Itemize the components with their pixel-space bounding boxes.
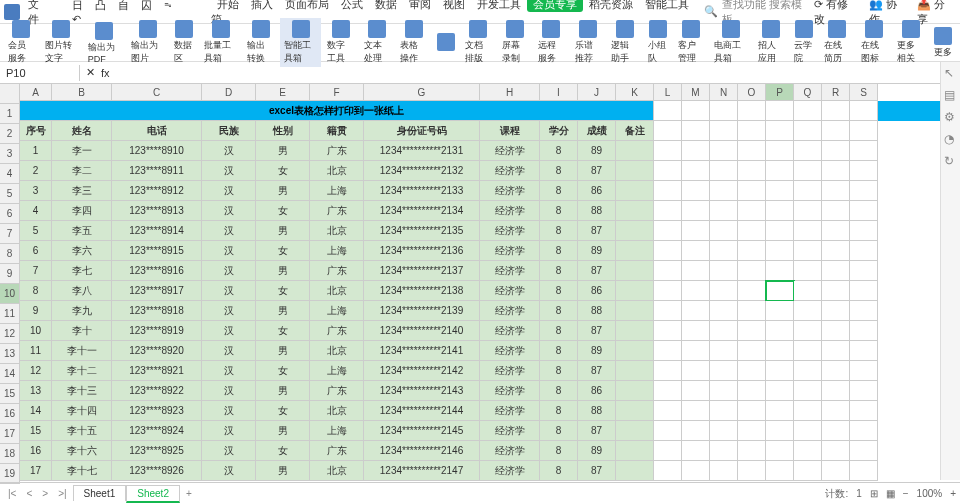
cell-3-E[interactable]: 男 bbox=[256, 141, 310, 161]
cell-16-K[interactable] bbox=[616, 401, 654, 421]
cell-7-G[interactable]: 1234**********2135 bbox=[364, 221, 480, 241]
cell-12-J[interactable]: 87 bbox=[578, 321, 616, 341]
cell-14-N[interactable] bbox=[710, 361, 738, 381]
cancel-icon[interactable]: ✕ bbox=[86, 66, 95, 79]
cell-18-L[interactable] bbox=[654, 441, 682, 461]
cell-19-P[interactable] bbox=[766, 461, 794, 481]
col-header-E[interactable]: E bbox=[256, 84, 310, 101]
ribbon-18[interactable]: 客户管理 bbox=[674, 18, 709, 67]
cell-13-R[interactable] bbox=[822, 341, 850, 361]
row-header-6[interactable]: 6 bbox=[0, 204, 20, 224]
cell-5-K[interactable] bbox=[616, 181, 654, 201]
cell-8-F[interactable]: 上海 bbox=[310, 241, 364, 261]
cell-8-D[interactable]: 汉 bbox=[202, 241, 256, 261]
cell-10-O[interactable] bbox=[738, 281, 766, 301]
cell-5-P[interactable] bbox=[766, 181, 794, 201]
cell-4-H[interactable]: 经济学 bbox=[480, 161, 540, 181]
cell-6-D[interactable]: 汉 bbox=[202, 201, 256, 221]
fx-icon[interactable]: fx bbox=[101, 67, 110, 79]
cell-7-A[interactable]: 5 bbox=[20, 221, 52, 241]
cell-4-D[interactable]: 汉 bbox=[202, 161, 256, 181]
cell-6-B[interactable]: 李四 bbox=[52, 201, 112, 221]
cell-7-Q[interactable] bbox=[794, 221, 822, 241]
tab-1[interactable]: 插入 bbox=[245, 0, 279, 12]
cell-11-L[interactable] bbox=[654, 301, 682, 321]
cell-5-E[interactable]: 男 bbox=[256, 181, 310, 201]
row-header-9[interactable]: 9 bbox=[0, 264, 20, 284]
ribbon-24[interactable]: 更多相关 bbox=[893, 18, 928, 67]
cell-14-D[interactable]: 汉 bbox=[202, 361, 256, 381]
last-sheet-icon[interactable]: >| bbox=[54, 486, 70, 501]
sheet-tab-0[interactable]: Sheet1 bbox=[73, 485, 127, 501]
cell-3-O[interactable] bbox=[738, 141, 766, 161]
cell-10-C[interactable]: 123****8917 bbox=[112, 281, 202, 301]
cell-11-F[interactable]: 上海 bbox=[310, 301, 364, 321]
col-header-O[interactable]: O bbox=[738, 84, 766, 101]
cell-15-P[interactable] bbox=[766, 381, 794, 401]
col-header-A[interactable]: A bbox=[20, 84, 52, 101]
cell-8-O[interactable] bbox=[738, 241, 766, 261]
ribbon-10[interactable]: 表格操作 bbox=[396, 18, 431, 67]
cell-15-L[interactable] bbox=[654, 381, 682, 401]
cell-6-I[interactable]: 8 bbox=[540, 201, 578, 221]
cell-19-H[interactable]: 经济学 bbox=[480, 461, 540, 481]
cell-9-F[interactable]: 广东 bbox=[310, 261, 364, 281]
ribbon-12[interactable]: 文档排版 bbox=[461, 18, 496, 67]
cell-9-G[interactable]: 1234**********2137 bbox=[364, 261, 480, 281]
ribbon-17[interactable]: 小组队 bbox=[644, 18, 672, 67]
cell-7-B[interactable]: 李五 bbox=[52, 221, 112, 241]
cell-9-M[interactable] bbox=[682, 261, 710, 281]
cell-14-A[interactable]: 12 bbox=[20, 361, 52, 381]
cell-19-O[interactable] bbox=[738, 461, 766, 481]
cell-12-Q[interactable] bbox=[794, 321, 822, 341]
cell-6-A[interactable]: 4 bbox=[20, 201, 52, 221]
cell-9-I[interactable]: 8 bbox=[540, 261, 578, 281]
cell-14-B[interactable]: 李十二 bbox=[52, 361, 112, 381]
next-sheet-icon[interactable]: > bbox=[38, 486, 52, 501]
cell-15-Q[interactable] bbox=[794, 381, 822, 401]
cell-17-L[interactable] bbox=[654, 421, 682, 441]
add-sheet-icon[interactable]: + bbox=[182, 486, 196, 501]
ribbon-13[interactable]: 屏幕录制 bbox=[498, 18, 533, 67]
zoom-out-icon[interactable]: − bbox=[903, 488, 909, 499]
cell-11-S[interactable] bbox=[850, 301, 878, 321]
cell-3-J[interactable]: 89 bbox=[578, 141, 616, 161]
quick-action-1[interactable]: 凸 bbox=[89, 0, 112, 13]
cell-18-K[interactable] bbox=[616, 441, 654, 461]
cell-14-S[interactable] bbox=[850, 361, 878, 381]
cell-18-B[interactable]: 李十六 bbox=[52, 441, 112, 461]
cell-13-A[interactable]: 11 bbox=[20, 341, 52, 361]
cell-3-P[interactable] bbox=[766, 141, 794, 161]
cell-3-A[interactable]: 1 bbox=[20, 141, 52, 161]
cell-7-L[interactable] bbox=[654, 221, 682, 241]
cell-11-E[interactable]: 男 bbox=[256, 301, 310, 321]
cell-13-J[interactable]: 89 bbox=[578, 341, 616, 361]
cell-6-O[interactable] bbox=[738, 201, 766, 221]
name-box[interactable]: P10 bbox=[0, 65, 80, 81]
cell-11-B[interactable]: 李九 bbox=[52, 301, 112, 321]
cell-5-L[interactable] bbox=[654, 181, 682, 201]
tab-4[interactable]: 数据 bbox=[369, 0, 403, 12]
ribbon-7[interactable]: 智能工具箱 bbox=[280, 18, 321, 67]
cell-9-P[interactable] bbox=[766, 261, 794, 281]
cell-15-O[interactable] bbox=[738, 381, 766, 401]
cell-13-G[interactable]: 1234**********2141 bbox=[364, 341, 480, 361]
cell-12-D[interactable]: 汉 bbox=[202, 321, 256, 341]
col-header-N[interactable]: N bbox=[710, 84, 738, 101]
cell-18-M[interactable] bbox=[682, 441, 710, 461]
cell-15-H[interactable]: 经济学 bbox=[480, 381, 540, 401]
cell-17-A[interactable]: 15 bbox=[20, 421, 52, 441]
cell-18-D[interactable]: 汉 bbox=[202, 441, 256, 461]
cell-4-I[interactable]: 8 bbox=[540, 161, 578, 181]
cell-11-D[interactable]: 汉 bbox=[202, 301, 256, 321]
cell-5-N[interactable] bbox=[710, 181, 738, 201]
col-header-G[interactable]: G bbox=[364, 84, 480, 101]
settings-icon[interactable]: ⚙ bbox=[944, 110, 958, 124]
cell-7-D[interactable]: 汉 bbox=[202, 221, 256, 241]
cell-3-I[interactable]: 8 bbox=[540, 141, 578, 161]
cell-16-L[interactable] bbox=[654, 401, 682, 421]
col-header-M[interactable]: M bbox=[682, 84, 710, 101]
row-header-16[interactable]: 16 bbox=[0, 404, 20, 424]
cell-12-O[interactable] bbox=[738, 321, 766, 341]
cell-6-K[interactable] bbox=[616, 201, 654, 221]
